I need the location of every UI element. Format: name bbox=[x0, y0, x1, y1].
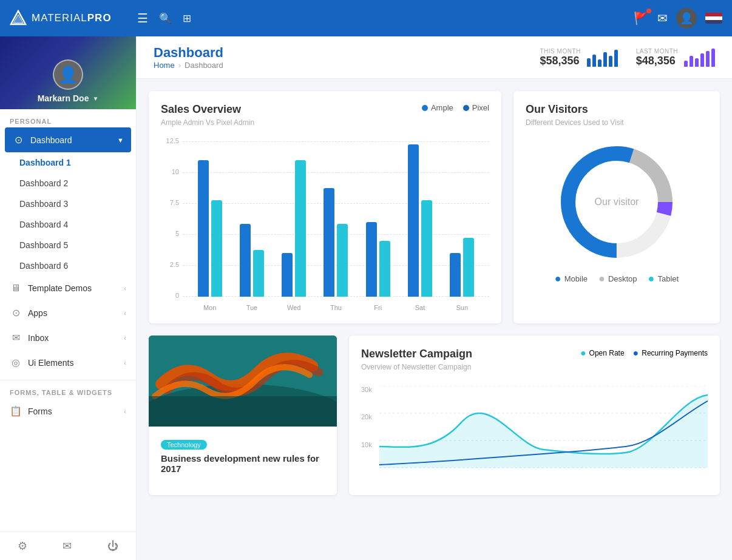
newsletter-subtitle: Overview of Newsletter Campaign bbox=[361, 363, 472, 371]
app-name-part1: MATERIAL bbox=[32, 12, 87, 24]
newsletter-title: Newsletter Campaign bbox=[361, 348, 472, 360]
legend-tablet: ● Tablet bbox=[648, 272, 679, 285]
newsletter-card: Newsletter Campaign Overview of Newslett… bbox=[349, 336, 720, 495]
bar-label-fri: Fri bbox=[357, 304, 399, 311]
app-name: MATERIALPRO bbox=[32, 12, 112, 24]
breadcrumb-current: Dashboard bbox=[185, 61, 223, 70]
mobile-label: Mobile bbox=[564, 274, 588, 283]
bar-pixel-sat bbox=[421, 200, 432, 297]
mobile-dot: ● bbox=[555, 272, 561, 285]
logo-icon bbox=[10, 10, 27, 27]
bar-ample-mon bbox=[198, 160, 209, 297]
bar-group-sat bbox=[399, 144, 441, 297]
sidebar-item-dashboard4[interactable]: Dashboard 4 bbox=[0, 214, 136, 235]
content-row2: Technology Business development new rule… bbox=[137, 336, 732, 507]
bar-pixel-mon bbox=[211, 200, 222, 297]
sidebar-item-inbox[interactable]: ✉ Inbox ‹ bbox=[0, 325, 136, 350]
flag-notification[interactable]: 🚩 bbox=[634, 11, 649, 25]
sidebar-item-template-demos[interactable]: 🖥 Template Demos ‹ bbox=[0, 276, 136, 300]
bar-1 bbox=[587, 58, 591, 67]
bar-pair-wed bbox=[273, 160, 315, 297]
this-month-stat: THIS MONTH $58,356 bbox=[540, 48, 618, 67]
sidebar-item-dashboard5[interactable]: Dashboard 5 bbox=[0, 235, 136, 255]
bar-3 bbox=[598, 59, 602, 67]
bar-ample-wed bbox=[282, 253, 293, 297]
nl-chart-svg bbox=[379, 386, 708, 468]
legend-pixel-dot bbox=[463, 105, 469, 111]
mail-icon[interactable]: ✉ bbox=[63, 539, 72, 553]
breadcrumb-separator: › bbox=[178, 61, 181, 70]
bar-2 bbox=[592, 55, 596, 67]
inbox-label: Inbox bbox=[28, 333, 118, 343]
newsletter-legend: ● Open Rate ● Recurring Payments bbox=[580, 348, 708, 359]
breadcrumb: Home › Dashboard bbox=[154, 61, 223, 70]
mail-notification[interactable]: ✉ bbox=[657, 11, 668, 25]
blog-title: Business development new rules for 2017 bbox=[161, 453, 325, 474]
nl-legend-open: ● Open Rate bbox=[580, 348, 625, 359]
sales-overview-titles: Sales Overview Ample Admin Vs Pixel Admi… bbox=[161, 103, 254, 135]
page-header-left: Dashboard Home › Dashboard bbox=[154, 45, 223, 70]
bar-chart: 12.5 10 7.5 5 2.5 0 MonTueWedThuFriS bbox=[161, 141, 489, 311]
visitors-card: Our Visitors Different Devices Used to V… bbox=[513, 91, 720, 323]
nl-y-30k: 30k bbox=[361, 386, 379, 393]
ui-elements-chevron: ‹ bbox=[124, 359, 126, 366]
bar-pixel-tue bbox=[253, 250, 264, 297]
recurring-dot: ● bbox=[633, 348, 639, 359]
sidebar-item-dashboard6[interactable]: Dashboard 6 bbox=[0, 255, 136, 276]
sales-overview-subtitle: Ample Admin Vs Pixel Admin bbox=[161, 118, 254, 127]
topnav-right: 🚩 ✉ 👤 bbox=[634, 8, 722, 29]
sidebar-username-chevron[interactable]: ▼ bbox=[92, 95, 98, 102]
donut-legend: ● Mobile ● Desktop ● Tablet bbox=[555, 272, 679, 285]
newsletter-titles: Newsletter Campaign Overview of Newslett… bbox=[361, 348, 472, 380]
grid-icon[interactable]: ⊞ bbox=[183, 12, 191, 25]
bar-label-sat: Sat bbox=[399, 304, 441, 311]
breadcrumb-home[interactable]: Home bbox=[154, 61, 175, 70]
nl-y-10k: 10k bbox=[361, 441, 379, 448]
template-demos-icon: 🖥 bbox=[10, 283, 22, 294]
ui-elements-icon: ◎ bbox=[10, 357, 22, 368]
forms-chevron: ‹ bbox=[124, 408, 126, 415]
sales-overview-body: Sales Overview Ample Admin Vs Pixel Admi… bbox=[149, 91, 501, 323]
bar-6 bbox=[614, 50, 618, 67]
top-navigation: MATERIALPRO ☰ 🔍 ⊞ 🚩 ✉ 👤 bbox=[0, 0, 732, 36]
sidebar-username-text: Markarn Doe bbox=[38, 93, 89, 103]
settings-icon[interactable]: ⚙ bbox=[18, 539, 27, 553]
search-icon[interactable]: 🔍 bbox=[159, 12, 172, 25]
sidebar-item-dashboard1[interactable]: Dashboard 1 bbox=[0, 152, 136, 173]
sidebar-item-dashboard2[interactable]: Dashboard 2 bbox=[0, 173, 136, 194]
desktop-label: Desktop bbox=[608, 274, 637, 283]
legend-desktop: ● Desktop bbox=[598, 272, 637, 285]
newsletter-body: Newsletter Campaign Overview of Newslett… bbox=[349, 336, 720, 495]
blog-tag: Technology bbox=[161, 440, 207, 450]
tablet-dot: ● bbox=[648, 272, 655, 285]
last-month-label: LAST MONTH bbox=[636, 48, 678, 55]
donut-chart: Our visitor bbox=[556, 141, 677, 263]
apps-label: Apps bbox=[28, 308, 118, 318]
bar-group-mon bbox=[189, 160, 231, 297]
bar-pixel-fri bbox=[379, 241, 390, 297]
open-rate-label: Open Rate bbox=[589, 349, 625, 357]
last-month-stat: LAST MONTH $48,356 bbox=[636, 48, 715, 67]
last-month-value: $48,356 bbox=[636, 55, 678, 67]
lbar-6 bbox=[711, 49, 715, 67]
language-flag[interactable] bbox=[705, 13, 722, 24]
power-icon[interactable]: ⏻ bbox=[107, 540, 118, 553]
bar-pixel-thu bbox=[337, 224, 348, 297]
bar-ample-fri bbox=[366, 222, 377, 297]
dashboard-chevron: ▼ bbox=[117, 137, 124, 144]
sidebar-item-forms[interactable]: 📋 Forms ‹ bbox=[0, 399, 136, 423]
bar-group-fri bbox=[357, 222, 399, 297]
bar-ample-sun bbox=[450, 253, 461, 297]
sales-overview-title: Sales Overview bbox=[161, 103, 254, 116]
sidebar-item-ui-elements[interactable]: ◎ Ui Elements ‹ bbox=[0, 350, 136, 375]
sidebar-item-dashboard[interactable]: ⊙ Dashboard ▼ bbox=[5, 127, 131, 152]
menu-icon[interactable]: ☰ bbox=[137, 11, 148, 25]
user-avatar[interactable]: 👤 bbox=[676, 8, 697, 29]
lbar-5 bbox=[706, 51, 710, 67]
section-label-forms: FORMS, TABLE & WIDGETS bbox=[0, 380, 136, 399]
bar-ample-tue bbox=[240, 224, 251, 297]
sidebar-item-apps[interactable]: ⊙ Apps ‹ bbox=[0, 300, 136, 325]
sidebar-item-dashboard3[interactable]: Dashboard 3 bbox=[0, 194, 136, 214]
bar-pair-mon bbox=[189, 160, 231, 297]
page-header-stats: THIS MONTH $58,356 LAST MONTH bbox=[540, 48, 716, 67]
